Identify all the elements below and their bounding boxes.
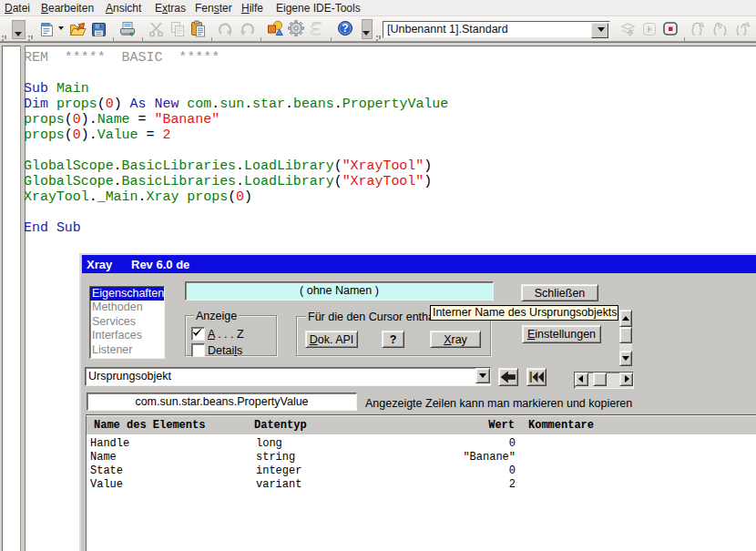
svg-text:?: ?	[342, 22, 348, 35]
